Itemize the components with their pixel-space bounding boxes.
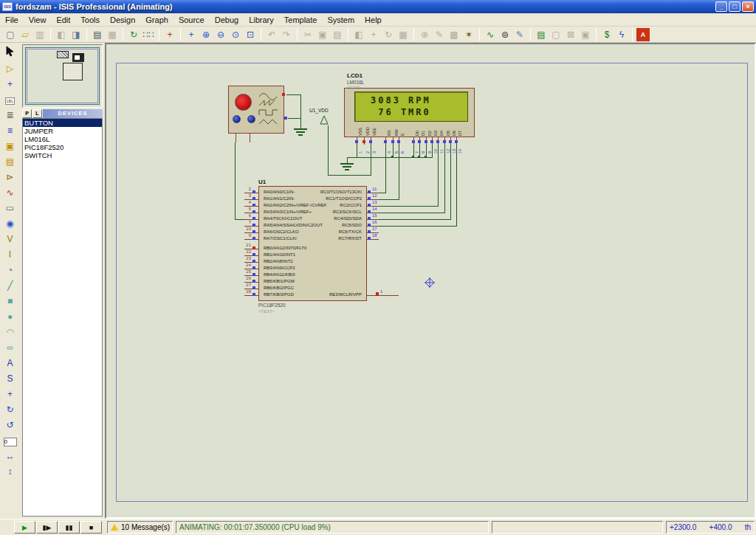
electrical-rule-check-button[interactable]: ϟ bbox=[615, 28, 628, 41]
toggle-grid-button[interactable]: ∷∷ bbox=[142, 28, 155, 41]
component-mode-tool[interactable]: ▷ bbox=[2, 61, 18, 77]
2d-text-tool[interactable]: A bbox=[2, 356, 18, 371]
junction-dot-tool[interactable]: + bbox=[2, 77, 18, 92]
device-item-lm016l[interactable]: LM016L bbox=[23, 135, 102, 143]
2d-box-tool[interactable]: ■ bbox=[2, 294, 18, 309]
menu-source[interactable]: Source bbox=[173, 15, 210, 25]
menu-graph[interactable]: Graph bbox=[140, 15, 173, 25]
remove-sheet-button[interactable]: ⊠ bbox=[564, 28, 577, 41]
goto-sheet-button[interactable]: ▣ bbox=[579, 28, 592, 41]
zoom-in-button[interactable]: ⊕ bbox=[199, 28, 213, 41]
menu-tools[interactable]: Tools bbox=[75, 15, 105, 25]
device-item-jumper[interactable]: JUMPER bbox=[23, 127, 102, 135]
export-section-button[interactable]: ◨ bbox=[69, 28, 83, 41]
2d-marker-tool[interactable]: + bbox=[2, 387, 18, 402]
redo-button[interactable]: ↷ bbox=[280, 28, 293, 41]
menu-edit[interactable]: Edit bbox=[51, 15, 75, 25]
close-button[interactable]: × bbox=[742, 1, 754, 12]
cut-button[interactable]: ✂ bbox=[301, 28, 315, 41]
new-sheet-button[interactable]: ▢ bbox=[549, 28, 563, 41]
bill-of-materials-button[interactable]: $ bbox=[600, 28, 614, 41]
paste-button[interactable]: ▤ bbox=[331, 28, 344, 41]
print-button[interactable]: ▤ bbox=[91, 28, 104, 41]
pick-devices-button[interactable]: P bbox=[22, 109, 32, 118]
signal-generator[interactable] bbox=[228, 86, 284, 134]
text-script-tool[interactable]: ≣ bbox=[2, 108, 18, 123]
step-button[interactable]: ▮▶ bbox=[36, 521, 58, 534]
pause-button[interactable]: ▮▮ bbox=[58, 521, 80, 534]
netlist-to-ares-button[interactable]: A bbox=[636, 28, 650, 41]
save-design-button[interactable]: ▥ bbox=[33, 28, 47, 41]
2d-arc-tool[interactable]: ◠ bbox=[2, 325, 18, 340]
menu-file[interactable]: File bbox=[0, 15, 24, 25]
pan-button[interactable]: + bbox=[185, 28, 198, 41]
library-manager-button[interactable]: L bbox=[32, 109, 42, 118]
pick-parts-button[interactable]: ⊕ bbox=[418, 28, 431, 41]
virtual-instruments-tool[interactable]: ◔ bbox=[2, 263, 18, 278]
minimize-button[interactable]: _ bbox=[715, 1, 727, 12]
overview-window[interactable] bbox=[22, 44, 103, 108]
terminals-tool[interactable]: ▤ bbox=[2, 154, 18, 170]
angle-input[interactable] bbox=[2, 433, 18, 449]
flip-vertical-tool[interactable]: ↕ bbox=[2, 464, 18, 480]
2d-circle-tool[interactable]: ● bbox=[2, 309, 18, 325]
import-section-button[interactable]: ◧ bbox=[55, 28, 68, 41]
zoom-out-button[interactable]: ⊖ bbox=[214, 28, 227, 41]
selection-pointer-tool[interactable] bbox=[2, 46, 18, 61]
play-button[interactable]: ▶ bbox=[14, 521, 35, 534]
decompose-button[interactable]: ✶ bbox=[462, 28, 475, 41]
menu-library[interactable]: Library bbox=[244, 15, 279, 25]
voltage-probe-tool[interactable]: V bbox=[2, 232, 18, 247]
stop-button[interactable]: ■ bbox=[80, 521, 102, 534]
new-design-button[interactable]: ▢ bbox=[4, 28, 17, 41]
property-assignment-button[interactable]: ✎ bbox=[513, 28, 526, 41]
menu-system[interactable]: System bbox=[322, 15, 360, 25]
menu-design[interactable]: Design bbox=[105, 15, 140, 25]
device-item-button[interactable]: BUTTON bbox=[23, 119, 102, 127]
rotate-clockwise-tool[interactable]: ↻ bbox=[2, 402, 18, 418]
undo-button[interactable]: ↶ bbox=[265, 28, 278, 41]
2d-symbol-tool[interactable]: S bbox=[2, 371, 18, 387]
2d-line-tool[interactable]: ╱ bbox=[2, 278, 18, 294]
zoom-all-button[interactable]: ⊙ bbox=[229, 28, 242, 41]
zoom-area-button[interactable]: ⊡ bbox=[244, 28, 257, 41]
copy-button[interactable]: ▣ bbox=[316, 28, 329, 41]
menu-debug[interactable]: Debug bbox=[210, 15, 244, 25]
design-explorer-button[interactable]: ▤ bbox=[535, 28, 548, 41]
redraw-button[interactable]: ↻ bbox=[127, 28, 140, 41]
power-terminal-icon[interactable] bbox=[319, 115, 329, 125]
graph-mode-tool[interactable]: ∿ bbox=[2, 185, 18, 201]
range-knob[interactable] bbox=[247, 115, 255, 123]
buses-tool[interactable]: ≡ bbox=[2, 123, 18, 139]
schematic-canvas[interactable]: LCD1 LM016L <TEXT> 3083 RPM 76 TMR0 U1 P… bbox=[105, 43, 756, 519]
search-and-tag-button[interactable]: ⊚ bbox=[498, 28, 512, 41]
menu-template[interactable]: Template bbox=[279, 15, 323, 25]
rotation-angle-input[interactable] bbox=[4, 438, 17, 446]
current-probe-tool[interactable]: I bbox=[2, 247, 18, 263]
subcircuit-tool[interactable]: ▣ bbox=[2, 139, 18, 154]
menu-help[interactable]: Help bbox=[360, 15, 387, 25]
amplitude-knob[interactable] bbox=[233, 115, 241, 123]
menu-view[interactable]: View bbox=[24, 15, 52, 25]
restore-button[interactable]: □ bbox=[729, 1, 740, 12]
open-design-button[interactable]: ▱ bbox=[18, 28, 32, 41]
device-item-switch[interactable]: SWITCH bbox=[23, 151, 102, 159]
generator-mode-tool[interactable]: ◉ bbox=[2, 216, 18, 232]
rotate-anticlockwise-tool[interactable]: ↺ bbox=[2, 418, 18, 433]
block-copy-button[interactable]: ◧ bbox=[352, 28, 365, 41]
device-item-pic18f2520[interactable]: PIC18F2520 bbox=[23, 143, 102, 151]
block-delete-button[interactable]: ▦ bbox=[396, 28, 410, 41]
device-pins-tool[interactable]: ⊳ bbox=[2, 170, 18, 185]
wire-autorouter-button[interactable]: ∿ bbox=[484, 28, 497, 41]
message-box[interactable]: 10 Message(s) bbox=[107, 521, 173, 534]
wire-label-tool[interactable]: LBL bbox=[2, 92, 18, 108]
toggle-origin-button[interactable]: + bbox=[163, 28, 176, 41]
flip-horizontal-tool[interactable]: ↔ bbox=[2, 449, 18, 464]
tape-recorder-tool[interactable]: ▭ bbox=[2, 201, 18, 216]
block-move-button[interactable]: + bbox=[367, 28, 380, 41]
block-rotate-button[interactable]: ↻ bbox=[382, 28, 395, 41]
make-device-button[interactable]: ✎ bbox=[433, 28, 446, 41]
mark-output-area-button[interactable]: ▦ bbox=[106, 28, 119, 41]
frequency-knob[interactable] bbox=[235, 94, 252, 111]
2d-path-tool[interactable]: ∞ bbox=[2, 340, 18, 356]
